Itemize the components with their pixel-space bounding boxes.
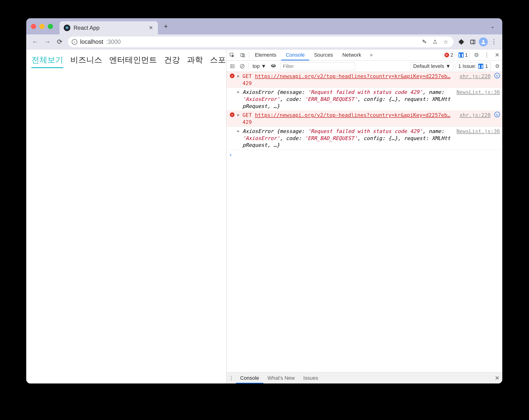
category-health[interactable]: 건강	[164, 54, 180, 68]
info-count: 1	[465, 52, 468, 58]
console-settings-icon[interactable]: ⚙	[492, 61, 502, 71]
tab-sources[interactable]: Sources	[309, 49, 338, 60]
levels-label: Default levels	[413, 63, 444, 69]
log-levels-selector[interactable]: Default levels ▼	[411, 62, 453, 70]
console-toolbar: top ▼ Default levels ▼ 1 Issue: ❚❚ 1 ⚙	[226, 61, 502, 72]
tab-console[interactable]: Console	[281, 49, 309, 60]
maximize-window-button[interactable]	[48, 24, 53, 29]
clear-console-icon[interactable]	[237, 61, 247, 71]
tab-strip: ⚛ React App ✕ + ⌄	[26, 18, 502, 34]
svg-point-2	[482, 40, 484, 42]
forward-button[interactable]: →	[42, 36, 53, 48]
tab-network[interactable]: Network	[338, 49, 366, 60]
error-badge[interactable]: ✕ 2	[443, 51, 455, 59]
profile-avatar[interactable]	[479, 38, 488, 46]
drawer-tab-issues[interactable]: Issues	[299, 372, 322, 383]
source-link[interactable]: xhr.js:220	[457, 73, 490, 87]
share-icon[interactable]	[431, 38, 439, 46]
new-tab-button[interactable]: +	[161, 22, 171, 31]
url-port: :3000	[106, 38, 121, 45]
browser-tab[interactable]: ⚛ React App ✕	[60, 21, 158, 34]
issues-count: 1	[485, 63, 488, 69]
http-method: GET	[242, 73, 252, 79]
drawer-tab-whatsnew[interactable]: What's New	[263, 372, 299, 383]
content-split: 전체보기 비즈니스 엔터테인먼트 건강 과학 스포츠 Elements Cons…	[26, 49, 502, 383]
console-log-row[interactable]: ▶ AxiosError {message: 'Request failed w…	[226, 88, 502, 111]
close-window-button[interactable]	[31, 24, 36, 29]
back-button[interactable]: ←	[29, 36, 41, 48]
disclosure-icon[interactable]: ▶	[237, 89, 241, 110]
info-badge[interactable]: ❚❚ 1	[457, 51, 469, 59]
category-all[interactable]: 전체보기	[31, 54, 63, 68]
request-url[interactable]: https://newsapi.org/v2/top-headlines?cou…	[255, 112, 450, 118]
category-entertainment[interactable]: 엔터테인먼트	[109, 54, 157, 68]
more-tabs-icon[interactable]: »	[366, 50, 377, 60]
disclosure-icon[interactable]: ▶	[237, 112, 241, 126]
inspect-element-icon[interactable]	[226, 50, 237, 60]
status-code: 429	[242, 119, 252, 125]
request-url[interactable]: https://newsapi.org/v2/top-headlines?cou…	[255, 73, 450, 79]
drawer-tab-console[interactable]: Console	[236, 372, 263, 383]
issue-icon: ❚❚	[478, 64, 483, 69]
more-icon[interactable]: ⋮	[482, 50, 492, 60]
translate-icon[interactable]	[420, 38, 428, 46]
console-output: ✕ ▶ GET https://newsapi.org/v2/top-headl…	[226, 72, 502, 372]
issues-button[interactable]: 1 Issue: ❚❚ 1	[456, 62, 490, 70]
console-log-row[interactable]: ▶ AxiosError {message: 'Request failed w…	[226, 127, 502, 150]
network-icon[interactable]: ↻	[494, 73, 500, 78]
issues-label: 1 Issue:	[458, 63, 476, 69]
source-link[interactable]: NewsList.js:36	[454, 128, 500, 149]
chrome-menu-button[interactable]: ⋮	[489, 37, 499, 47]
svg-rect-0	[471, 40, 475, 44]
console-error-row[interactable]: ✕ ▶ GET https://newsapi.org/v2/top-headl…	[226, 111, 502, 127]
devtools-panel: Elements Console Sources Network » ✕ 2 ❚…	[226, 49, 502, 383]
error-name: AxiosError	[242, 128, 277, 134]
context-label: top	[252, 63, 260, 69]
category-nav: 전체보기 비즈니스 엔터테인먼트 건강 과학 스포츠	[26, 49, 226, 68]
sidebar-toggle-icon[interactable]	[227, 61, 237, 71]
source-link[interactable]: NewsList.js:36	[454, 89, 500, 110]
http-method: GET	[242, 112, 252, 118]
minimize-window-button[interactable]	[39, 24, 44, 29]
side-panel-button[interactable]	[468, 37, 478, 47]
source-link[interactable]: xhr.js:220	[457, 112, 490, 126]
device-toolbar-icon[interactable]	[237, 50, 248, 60]
svg-rect-6	[231, 65, 234, 68]
console-prompt[interactable]: ›	[226, 150, 502, 160]
error-icon: ✕	[230, 74, 235, 78]
browser-window: ⚛ React App ✕ + ⌄ ← → ⟳ i localhost:3000…	[26, 18, 502, 383]
console-error-row[interactable]: ✕ ▶ GET https://newsapi.org/v2/top-headl…	[226, 72, 502, 88]
dropdown-icon: ▼	[261, 63, 266, 69]
network-icon[interactable]: ↻	[494, 112, 500, 117]
info-icon: ❚❚	[459, 52, 464, 58]
context-selector[interactable]: top ▼	[250, 63, 268, 69]
status-code: 429	[242, 80, 252, 86]
svg-line-9	[241, 65, 244, 67]
page-content: 전체보기 비즈니스 엔터테인먼트 건강 과학 스포츠	[26, 49, 226, 383]
dropdown-icon: ▼	[446, 63, 451, 69]
extensions-button[interactable]	[456, 37, 467, 47]
category-science[interactable]: 과학	[187, 54, 203, 68]
window-controls	[29, 24, 60, 29]
tab-title: React App	[74, 25, 145, 31]
error-icon: ✕	[444, 53, 449, 57]
close-drawer-icon[interactable]: ✕	[492, 373, 502, 383]
error-name: AxiosError	[242, 89, 277, 95]
close-devtools-icon[interactable]: ✕	[492, 50, 502, 60]
devtools-tabbar: Elements Console Sources Network » ✕ 2 ❚…	[226, 49, 502, 61]
tabs-dropdown-button[interactable]: ⌄	[488, 22, 497, 31]
site-info-icon[interactable]: i	[72, 39, 77, 45]
tab-elements[interactable]: Elements	[250, 49, 281, 60]
error-count: 2	[450, 52, 453, 58]
close-tab-button[interactable]: ✕	[148, 25, 154, 31]
drawer-more-icon[interactable]: ⋮	[226, 373, 236, 383]
bookmark-icon[interactable]: ☆	[442, 38, 450, 46]
reload-button[interactable]: ⟳	[54, 36, 65, 48]
disclosure-icon[interactable]: ▶	[237, 73, 241, 87]
category-business[interactable]: 비즈니스	[70, 54, 102, 68]
live-expression-icon[interactable]	[268, 61, 278, 71]
filter-input[interactable]	[280, 62, 355, 70]
settings-icon[interactable]: ⚙	[471, 50, 482, 60]
disclosure-icon[interactable]: ▶	[237, 128, 241, 149]
address-bar[interactable]: i localhost:3000 ☆	[68, 37, 454, 47]
